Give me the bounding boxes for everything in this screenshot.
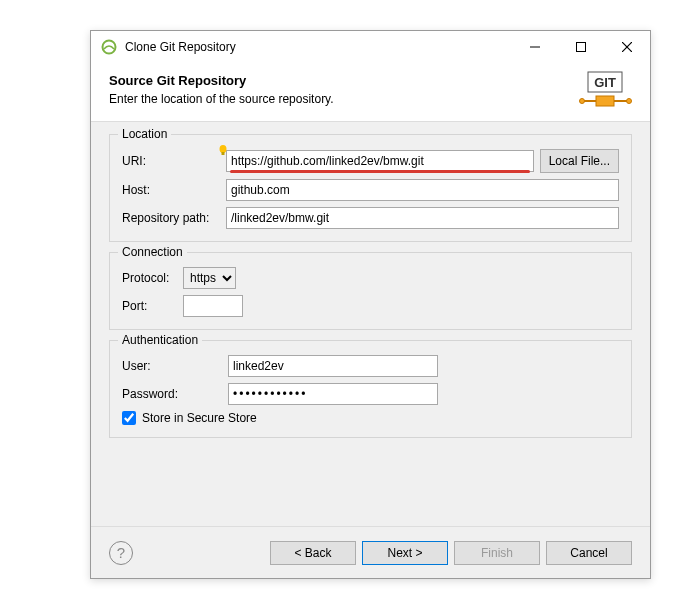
repo-path-label: Repository path:: [122, 211, 220, 225]
svg-point-11: [627, 99, 632, 104]
clone-git-dialog: Clone Git Repository Source Git Reposito…: [90, 30, 651, 579]
repo-path-input[interactable]: [226, 207, 619, 229]
password-input[interactable]: [228, 383, 438, 405]
authentication-group: Authentication User: Password: Store in …: [109, 340, 632, 438]
svg-point-0: [103, 41, 116, 54]
svg-rect-2: [577, 43, 586, 52]
finish-button[interactable]: Finish: [454, 541, 540, 565]
connection-group: Connection Protocol: https Port:: [109, 252, 632, 330]
uri-label: URI:: [122, 154, 220, 168]
page-title: Source Git Repository: [109, 73, 334, 88]
minimize-button[interactable]: [512, 31, 558, 63]
local-file-button[interactable]: Local File...: [540, 149, 619, 173]
connection-legend: Connection: [118, 245, 187, 259]
svg-text:GIT: GIT: [594, 75, 616, 90]
help-button[interactable]: ?: [109, 541, 133, 565]
port-label: Port:: [122, 299, 177, 313]
authentication-legend: Authentication: [118, 333, 202, 347]
password-label: Password:: [122, 387, 222, 401]
lightbulb-icon: [218, 145, 228, 155]
protocol-select[interactable]: https: [183, 267, 236, 289]
svg-point-10: [580, 99, 585, 104]
svg-point-12: [220, 145, 227, 153]
maximize-button[interactable]: [558, 31, 604, 63]
button-bar: ? < Back Next > Finish Cancel: [91, 526, 650, 578]
protocol-label: Protocol:: [122, 271, 177, 285]
host-input[interactable]: [226, 179, 619, 201]
highlight-underline: [230, 170, 530, 173]
app-icon: [101, 39, 117, 55]
git-icon: GIT: [574, 71, 632, 111]
content-area: Location URI: Local File... Host: Reposi…: [91, 122, 650, 526]
location-group: Location URI: Local File... Host: Reposi…: [109, 134, 632, 242]
close-button[interactable]: [604, 31, 650, 63]
next-button[interactable]: Next >: [362, 541, 448, 565]
svg-rect-13: [222, 152, 225, 155]
cancel-button[interactable]: Cancel: [546, 541, 632, 565]
titlebar: Clone Git Repository: [91, 31, 650, 63]
secure-store-label: Store in Secure Store: [142, 411, 257, 425]
secure-store-checkbox[interactable]: [122, 411, 136, 425]
wizard-header: Source Git Repository Enter the location…: [91, 63, 650, 122]
host-label: Host:: [122, 183, 220, 197]
user-label: User:: [122, 359, 222, 373]
window-title: Clone Git Repository: [125, 40, 512, 54]
port-input[interactable]: [183, 295, 243, 317]
page-subtitle: Enter the location of the source reposit…: [109, 92, 334, 106]
svg-rect-7: [596, 96, 614, 106]
location-legend: Location: [118, 127, 171, 141]
uri-input[interactable]: [226, 150, 534, 172]
back-button[interactable]: < Back: [270, 541, 356, 565]
user-input[interactable]: [228, 355, 438, 377]
